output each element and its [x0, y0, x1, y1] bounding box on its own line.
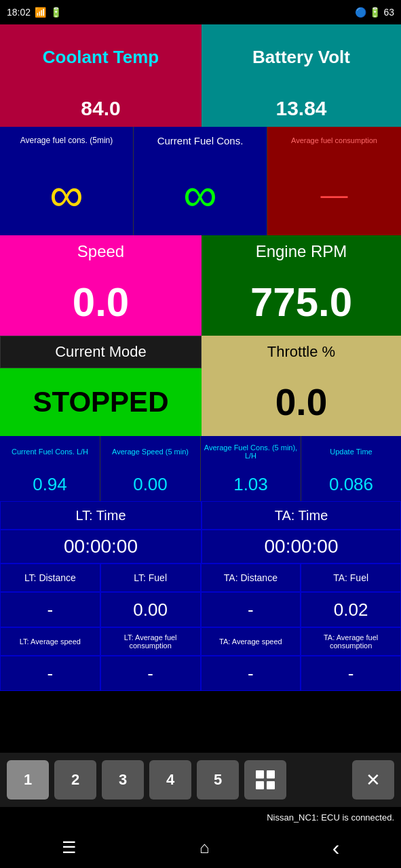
battery-icon: 🔋 — [369, 7, 381, 18]
speed-label: Speed — [0, 235, 202, 268]
row-lt-ta-time-values: 00:00:00 00:00:00 — [0, 530, 401, 564]
avg-fuel-cons-5min-lh-label: Average Fuel Cons. (5 min), L/H — [201, 436, 301, 467]
avg-speed-5min-value: 0.00 — [100, 467, 201, 501]
ta-fuel-value: 0.02 — [301, 592, 401, 627]
row-lt-ta-time-labels: LT: Time TA: Time — [0, 501, 401, 530]
ta-avg-fuel-value: - — [301, 656, 401, 691]
infinity-symbol-2: ∞ — [183, 171, 217, 218]
coolant-temp-value: 84.0 — [0, 90, 202, 127]
ta-distance-label: TA: Distance — [201, 564, 301, 592]
svg-rect-1 — [267, 770, 275, 778]
row-small-stat-values: 0.94 0.00 1.03 0.086 — [0, 467, 401, 501]
row-avg-values: - - - - — [0, 656, 401, 691]
svg-rect-0 — [256, 770, 264, 778]
row-speed-rpm-values: 0.0 775.0 — [0, 268, 401, 336]
grid-list-icon — [254, 769, 276, 791]
avg-fuel-cons-value: — — [267, 154, 401, 235]
current-fuel-cons-value: ∞ — [134, 154, 267, 235]
throttle-value: 0.0 — [202, 368, 401, 436]
lt-distance-label: LT: Distance — [0, 564, 100, 592]
status-left: 18:02 📶 🔋 — [7, 7, 62, 18]
avg-fuel-cons-5min-lh-value: 1.03 — [201, 467, 301, 501]
battery-volt-value: 13.84 — [202, 90, 401, 127]
current-mode-label: Current Mode — [0, 336, 202, 368]
row-coolant-battery-labels: Coolant Temp Battery Volt — [0, 24, 401, 90]
row-infinity-values: ∞ ∞ — — [0, 154, 401, 235]
svg-rect-2 — [256, 781, 264, 789]
ta-distance-value: - — [201, 592, 301, 627]
row-lt-ta-dist-fuel-labels: LT: Distance LT: Fuel TA: Distance TA: F… — [0, 564, 401, 592]
row-small-stat-labels: Current Fuel Cons. L/H Average Speed (5 … — [0, 436, 401, 467]
tab-4-button[interactable]: 4 — [149, 760, 191, 800]
row-mode-throttle-labels: Current Mode Throttle % — [0, 336, 401, 368]
row-speed-rpm-labels: Speed Engine RPM — [0, 235, 401, 268]
avg-fuel-5min-value: ∞ — [0, 154, 134, 235]
signal-icon: 🔋 — [50, 7, 62, 18]
tab-3-button[interactable]: 3 — [102, 760, 144, 800]
menu-icon-button[interactable] — [244, 760, 286, 800]
current-fuel-cons-lh-value: 0.94 — [0, 467, 100, 501]
engine-rpm-value: 775.0 — [202, 268, 401, 336]
lt-avg-fuel-value: - — [100, 656, 201, 691]
current-fuel-cons-lh-label: Current Fuel Cons. L/H — [0, 436, 100, 467]
dashboard: Coolant Temp Battery Volt 84.0 13.84 Ave… — [0, 24, 401, 753]
ta-time-label: TA: Time — [202, 501, 401, 530]
infinity-symbol-1: ∞ — [50, 171, 83, 218]
avg-fuel-5min-label: Average fuel cons. (5min) — [0, 127, 134, 154]
ta-avg-speed-label: TA: Average speed — [201, 627, 301, 656]
wifi-icon: 📶 — [35, 7, 46, 18]
lt-distance-value: - — [0, 592, 100, 627]
row-fuel-labels: Average fuel cons. (5min) Current Fuel C… — [0, 127, 401, 154]
time: 18:02 — [7, 7, 31, 18]
bluetooth-icon: 🔵 — [355, 7, 366, 18]
ta-fuel-label: TA: Fuel — [301, 564, 401, 592]
throttle-label: Throttle % — [202, 336, 401, 368]
lt-avg-speed-label: LT: Average speed — [0, 627, 100, 656]
status-right: 🔵 🔋 63 — [355, 7, 394, 18]
row-lt-ta-dist-fuel-values: - 0.00 - 0.02 — [0, 592, 401, 627]
lt-time-label: LT: Time — [0, 501, 202, 530]
close-button[interactable]: ✕ — [352, 760, 394, 800]
avg-speed-5min-label: Average Speed (5 min) — [100, 436, 201, 467]
row-mode-throttle-values: STOPPED 0.0 — [0, 368, 401, 436]
ta-time-value: 00:00:00 — [202, 530, 401, 564]
svg-rect-3 — [267, 781, 275, 789]
current-fuel-cons-label: Current Fuel Cons. — [134, 127, 267, 154]
lt-fuel-value: 0.00 — [100, 592, 201, 627]
tab-1-button[interactable]: 1 — [7, 760, 49, 800]
lt-fuel-label: LT: Fuel — [100, 564, 201, 592]
speed-value: 0.0 — [0, 268, 202, 336]
ta-avg-fuel-label: TA: Average fuel consumption — [301, 627, 401, 656]
battery-volt-label: Battery Volt — [202, 24, 401, 90]
back-nav-icon[interactable]: ‹ — [332, 835, 340, 861]
row-coolant-battery-values: 84.0 13.84 — [0, 90, 401, 127]
tab-2-button[interactable]: 2 — [54, 760, 96, 800]
tab-5-button[interactable]: 5 — [197, 760, 239, 800]
lt-time-value: 00:00:00 — [0, 530, 202, 564]
tab-bar: 1 2 3 4 5 ✕ — [0, 753, 401, 807]
row-avg-labels: LT: Average speed LT: Average fuel consu… — [0, 627, 401, 656]
avg-fuel-cons-label: Average fuel consumption — [267, 127, 401, 154]
status-bar: 18:02 📶 🔋 🔵 🔋 63 — [0, 0, 401, 24]
engine-rpm-label: Engine RPM — [202, 235, 401, 268]
update-time-value: 0.086 — [301, 467, 401, 501]
status-message: Nissan_NC1: ECU is connected. — [0, 807, 401, 827]
ta-avg-speed-value: - — [201, 656, 301, 691]
coolant-temp-label: Coolant Temp — [0, 24, 202, 90]
menu-nav-icon[interactable]: ☰ — [62, 838, 77, 857]
lt-avg-fuel-label: LT: Average fuel consumption — [100, 627, 201, 656]
current-mode-value: STOPPED — [0, 368, 202, 436]
lt-avg-speed-value: - — [0, 656, 100, 691]
update-time-label: Update Time — [301, 436, 401, 467]
battery-percent: 63 — [383, 7, 394, 18]
home-nav-icon[interactable]: ⌂ — [199, 838, 210, 857]
nav-bar: ☰ ⌂ ‹ — [0, 827, 401, 868]
